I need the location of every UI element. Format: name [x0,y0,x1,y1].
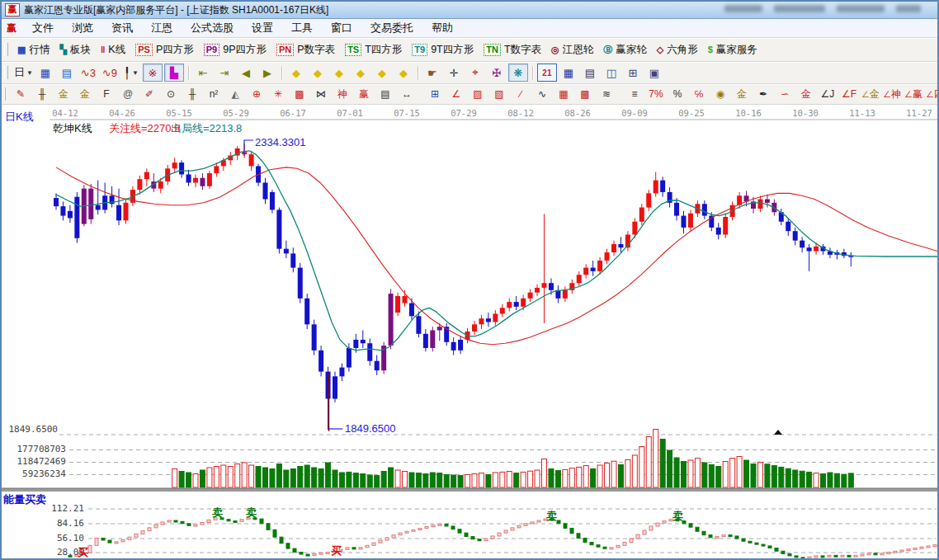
toolbar-button-page-back[interactable]: ◀ [236,64,256,82]
toolbar-button-data-export[interactable]: ⊞ [623,64,643,82]
toolbar-button-crosshair[interactable]: ✛ [444,64,464,82]
toolbar-button-9t-square[interactable]: T99T四方形 [407,40,479,59]
draw-tool-fan-box-b[interactable]: ▧ [489,85,509,103]
toolbar-button-candle-style-dropdown[interactable]: ╿▼ [121,64,141,82]
toolbar-grip[interactable] [4,43,8,56]
toolbar-button-winner-wheel[interactable]: Ⓑ赢家轮 [598,40,652,59]
draw-tool-circle-cross[interactable]: ⊕ [247,85,267,103]
toolbar-button-wave-9[interactable]: ∿9 [100,64,120,82]
draw-tool-gann-star[interactable]: ✳ [268,85,288,103]
menu-浏览[interactable]: 浏览 [63,19,102,37]
toolbar-button-scale-expand-v[interactable]: ◆ [372,64,392,82]
menu-帮助[interactable]: 帮助 [422,19,462,37]
draw-tool-pen-tool[interactable]: ✎ [11,85,31,103]
toolbar-button-scale-left[interactable]: ◆ [286,64,306,82]
toolbar-button-anchor-tool[interactable]: ✠ [487,64,507,82]
pane-label-daily-kline[interactable]: 日K线 [5,110,34,125]
menu-资讯[interactable]: 资讯 [102,19,142,37]
toolbar-button-f10-info[interactable]: ▤ [57,64,77,82]
draw-tool-angle-j[interactable]: ∠J [818,85,838,103]
toolbar-button-period-dropdown[interactable]: 日▼ [13,64,34,82]
draw-tool-gold-red-ruler[interactable]: 金 [796,85,816,103]
draw-tool-f-ruler[interactable]: F [97,85,116,103]
toolbar-button-scale-compress-v[interactable]: ◆ [394,64,413,82]
chart-area[interactable]: 04-1204-2605-1505-2906-1707-0107-1507-29… [2,107,937,558]
toolbar-button-t-digit-table[interactable]: TNT数字表 [479,40,546,59]
menu-工具[interactable]: 工具 [282,19,322,37]
draw-tool-gann-box[interactable]: ▩ [290,85,309,103]
toolbar-grip[interactable] [4,66,8,79]
draw-tool-ruler-123[interactable]: ▤ [375,85,395,103]
draw-tool-angle-gold[interactable]: ∠金 [861,85,880,103]
toolbar-button-t-square[interactable]: TST四方形 [340,40,407,59]
draw-tool-gold-ruler-b[interactable]: 金 [75,85,95,103]
draw-tool-price-grid-box[interactable]: ⊞ [425,85,445,103]
draw-tool-red-grid-b[interactable]: ▩ [575,85,595,103]
menu-窗口[interactable]: 窗口 [322,19,361,37]
draw-tool-gold-lines[interactable]: 金 [732,85,752,103]
draw-tool-seven-percent[interactable]: 7% [646,85,666,103]
toolbar-button-winner-service[interactable]: $赢家服务 [703,40,762,59]
menu-交易委托[interactable]: 交易委托 [361,19,422,37]
toolbar-button-kline[interactable]: ‖K线 [96,40,130,59]
draw-tool-red-grid-a[interactable]: ▦ [554,85,573,103]
toolbar-button-p-digit-table[interactable]: PNP数字表 [271,40,340,59]
menu-公式选股[interactable]: 公式选股 [182,19,243,37]
draw-tool-angle-f[interactable]: ∠F [839,85,859,103]
draw-tool-wave-ruler[interactable]: ∿ [532,85,552,103]
draw-tool-gold-wave[interactable]: ∽ [775,85,795,103]
draw-tool-slope-lines[interactable]: ∕ [511,85,531,103]
draw-tool-percent[interactable]: % [668,85,687,103]
toolbar-button-save[interactable]: ◫ [602,64,621,82]
toolbar-button-hexagon[interactable]: ◇六角形 [652,40,703,59]
toolbar-button-drag-hand[interactable]: ☛ [422,64,442,82]
toolbar-button-smart-analysis[interactable]: ❋ [508,64,528,82]
toolbar-button-print[interactable]: ▣ [644,64,664,82]
draw-tool-mirror-angle[interactable]: ◭ [225,85,245,103]
draw-tool-gold-ruler-a[interactable]: 金 [54,85,73,103]
draw-tool-time-circle[interactable]: ⊙ [161,85,181,103]
draw-tool-ray-fan[interactable]: ∠ [446,85,466,103]
draw-tool-shen-ruler[interactable]: 神 [333,85,352,103]
draw-tool-channel-lines[interactable]: ≋ [597,85,616,103]
pane-separator[interactable] [2,488,937,492]
draw-tool-angle-shen[interactable]: ∠神 [882,85,902,103]
toolbar-button-scale-expand-h[interactable]: ◆ [329,64,349,82]
draw-tool-ratio-tool[interactable]: ⋈ [311,85,331,103]
toolbar-button-color-volume[interactable]: ▙ [164,64,184,82]
draw-tool-percent-lines[interactable]: ℅ [689,85,709,103]
draw-tool-gold-circle[interactable]: ◉ [710,85,730,103]
toolbar-grip[interactable] [4,87,6,101]
menu-文件[interactable]: 文件 [23,19,63,37]
toolbar-button-winner-mark[interactable]: ※ [143,64,163,82]
draw-tool-price-ladder[interactable]: ≡ [625,85,644,103]
draw-tool-spiral-tool[interactable]: @ [118,85,138,103]
toolbar-button-sectors[interactable]: ▚板块 [54,40,95,59]
toolbar-button-p-square[interactable]: PSP四方形 [130,40,199,59]
kline-chart-svg[interactable]: 04-1204-2605-1505-2906-1707-0107-1507-29… [2,107,937,558]
draw-tool-angle-si[interactable]: ∠四 [925,85,939,103]
toolbar-button-calculator[interactable]: ▦ [559,64,578,82]
toolbar-button-chart-pattern[interactable]: ▦ [35,64,55,82]
draw-tool-win-ruler[interactable]: 赢 [354,85,374,103]
draw-tool-n-square[interactable]: n² [204,85,224,103]
toolbar-button-page-forward[interactable]: ▶ [257,64,277,82]
draw-tool-fan-box-a[interactable]: ▨ [468,85,488,103]
menu-江恩[interactable]: 江恩 [142,19,182,37]
draw-tool-span-ruler[interactable]: ↔ [397,85,417,103]
toolbar-button-scale-right[interactable]: ◆ [308,64,328,82]
toolbar-button-last-page[interactable]: ⇥ [215,64,234,82]
draw-tool-gann-grid[interactable]: ╫ [32,85,52,103]
draw-tool-brush-tool[interactable]: ✐ [139,85,159,103]
draw-tool-grid-ruler[interactable]: ╫ [182,85,202,103]
toolbar-button-wave-3[interactable]: ∿3 [78,64,98,82]
toolbar-button-memo[interactable]: ▤ [580,64,600,82]
draw-tool-angle-win[interactable]: ∠赢 [904,85,923,103]
toolbar-button-scale-compress-h[interactable]: ◆ [351,64,370,82]
toolbar-button-price-probe[interactable]: ⌖ [465,64,485,82]
toolbar-button-9p-square[interactable]: P99P四方形 [199,40,271,59]
draw-tool-ink-pen[interactable]: ✒ [753,85,773,103]
toolbar-button-first-page[interactable]: ⇤ [193,64,213,82]
toolbar-button-gann-wheel[interactable]: ◎江恩轮 [546,40,598,59]
toolbar-button-calendar[interactable]: 21 [537,64,557,82]
